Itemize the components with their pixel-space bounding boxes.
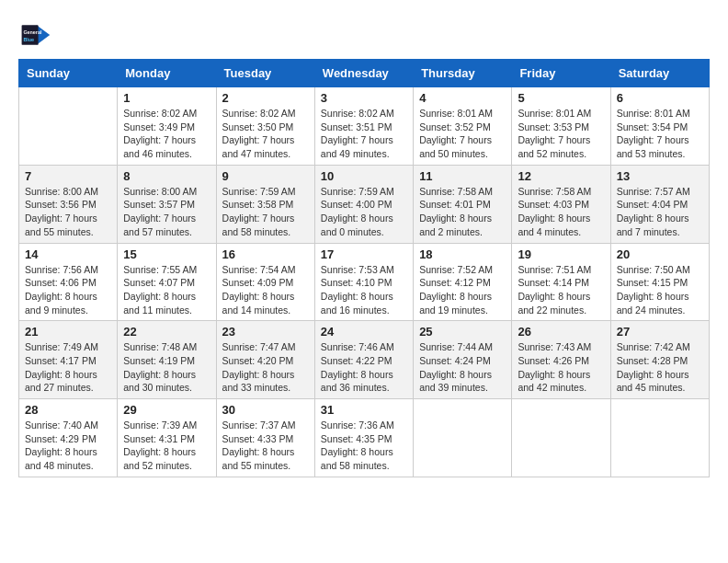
calendar-cell: 7Sunrise: 8:00 AMSunset: 3:56 PMDaylight… [19,165,118,243]
day-info-line: Sunrise: 7:58 AM [419,185,506,199]
day-info-line: and 58 minutes. [222,225,309,239]
day-info-line: Daylight: 8 hours [617,290,703,304]
day-info-line: Sunrise: 7:40 AM [25,419,111,432]
day-info-line: Sunset: 4:06 PM [25,276,111,290]
day-info-line: Daylight: 8 hours [25,445,111,459]
day-info: Sunrise: 7:58 AMSunset: 4:03 PMDaylight:… [518,185,604,239]
day-info-line: Sunrise: 7:48 AM [123,340,210,354]
day-info-line: Sunset: 3:57 PM [123,198,210,212]
day-number: 17 [321,247,407,261]
calendar-cell: 18Sunrise: 7:52 AMSunset: 4:12 PMDayligh… [414,243,512,321]
day-number: 5 [518,91,604,105]
day-info: Sunrise: 7:52 AMSunset: 4:12 PMDaylight:… [419,263,506,317]
day-info-line: and 7 minutes. [617,225,703,239]
day-info-line: Sunrise: 7:58 AM [518,185,604,199]
day-info-line: and 57 minutes. [123,225,210,239]
day-info-line: Sunrise: 7:54 AM [222,263,309,277]
day-info-line: Sunset: 4:14 PM [518,276,604,290]
day-info-line: and 33 minutes. [222,381,309,395]
day-info-line: and 24 minutes. [617,304,703,317]
col-header-tuesday: Tuesday [216,60,314,87]
day-info-line: and 2 minutes. [419,225,506,239]
day-info-line: Sunrise: 7:59 AM [222,185,309,199]
day-info-line: Sunset: 4:20 PM [222,354,309,368]
day-info-line: Sunset: 3:56 PM [25,198,111,212]
day-info-line: Sunrise: 7:53 AM [321,263,407,277]
day-number: 7 [25,169,111,183]
day-number: 1 [123,91,210,105]
day-info-line: Sunrise: 8:00 AM [25,185,111,199]
calendar-week-row: 7Sunrise: 8:00 AMSunset: 3:56 PMDaylight… [19,165,710,243]
calendar-week-row: 28Sunrise: 7:40 AMSunset: 4:29 PMDayligh… [19,399,710,477]
day-info: Sunrise: 8:02 AMSunset: 3:51 PMDaylight:… [321,107,407,161]
day-info-line: Sunset: 4:03 PM [518,198,604,212]
day-info: Sunrise: 7:39 AMSunset: 4:31 PMDaylight:… [123,419,210,473]
day-number: 27 [617,325,703,339]
day-info: Sunrise: 7:47 AMSunset: 4:20 PMDaylight:… [222,340,309,395]
day-info-line: Sunset: 4:24 PM [419,354,506,368]
day-number: 29 [123,403,210,417]
day-info-line: Sunset: 4:01 PM [419,198,506,212]
col-header-friday: Friday [512,60,610,87]
day-info-line: Daylight: 7 hours [419,133,506,147]
day-info-line: and 55 minutes. [222,459,309,473]
day-info-line: Daylight: 8 hours [617,212,703,225]
calendar-cell: 17Sunrise: 7:53 AMSunset: 4:10 PMDayligh… [314,243,413,321]
col-header-thursday: Thursday [414,60,512,87]
day-info-line: Sunrise: 7:51 AM [518,263,604,277]
day-info-line: Sunrise: 7:39 AM [123,419,210,432]
day-info-line: and 16 minutes. [321,304,407,317]
day-number: 31 [321,403,407,417]
day-info-line: Sunrise: 7:42 AM [617,340,703,354]
calendar-cell: 22Sunrise: 7:48 AMSunset: 4:19 PMDayligh… [118,321,216,399]
calendar-cell: 5Sunrise: 8:01 AMSunset: 3:53 PMDaylight… [512,87,610,166]
day-number: 21 [25,325,111,339]
day-info-line: Sunrise: 8:02 AM [222,107,309,121]
day-info: Sunrise: 7:51 AMSunset: 4:14 PMDaylight:… [518,263,604,317]
day-info: Sunrise: 8:01 AMSunset: 3:53 PMDaylight:… [518,107,604,161]
calendar-week-row: 14Sunrise: 7:56 AMSunset: 4:06 PMDayligh… [19,243,710,321]
day-number: 20 [617,247,703,261]
calendar-cell: 24Sunrise: 7:46 AMSunset: 4:22 PMDayligh… [314,321,413,399]
day-info-line: Sunset: 3:54 PM [617,121,703,134]
day-info-line: Sunrise: 7:44 AM [419,340,506,354]
day-info-line: Daylight: 8 hours [25,368,111,382]
day-info-line: Sunset: 4:35 PM [321,432,407,446]
day-number: 2 [222,91,309,105]
day-number: 22 [123,325,210,339]
day-info-line: Daylight: 7 hours [617,133,703,147]
day-info-line: and 45 minutes. [617,381,703,395]
day-info-line: Daylight: 8 hours [222,445,309,459]
day-info-line: Daylight: 8 hours [321,445,407,459]
day-info-line: Sunset: 3:49 PM [123,121,210,134]
day-info: Sunrise: 8:02 AMSunset: 3:49 PMDaylight:… [123,107,210,161]
day-info-line: and 39 minutes. [419,381,506,395]
day-number: 23 [222,325,309,339]
page: General Blue SundayMondayTuesdayWednesda… [0,0,728,487]
day-info-line: Sunset: 3:58 PM [222,198,309,212]
day-info-line: and 52 minutes. [123,459,210,473]
calendar-cell: 19Sunrise: 7:51 AMSunset: 4:14 PMDayligh… [512,243,610,321]
day-info-line: Sunset: 4:09 PM [222,276,309,290]
day-info-line: Sunrise: 7:36 AM [321,419,407,432]
calendar-cell: 21Sunrise: 7:49 AMSunset: 4:17 PMDayligh… [19,321,118,399]
day-info-line: Sunrise: 7:50 AM [617,263,703,277]
calendar-cell: 11Sunrise: 7:58 AMSunset: 4:01 PMDayligh… [414,165,512,243]
day-info: Sunrise: 7:53 AMSunset: 4:10 PMDaylight:… [321,263,407,317]
day-info-line: Sunrise: 7:52 AM [419,263,506,277]
calendar-cell: 15Sunrise: 7:55 AMSunset: 4:07 PMDayligh… [118,243,216,321]
day-info-line: Daylight: 8 hours [518,212,604,225]
day-info-line: Daylight: 8 hours [419,290,506,304]
calendar-cell: 12Sunrise: 7:58 AMSunset: 4:03 PMDayligh… [512,165,610,243]
logo-icon: General Blue [18,18,51,52]
col-header-wednesday: Wednesday [314,60,413,87]
day-info: Sunrise: 8:01 AMSunset: 3:52 PMDaylight:… [419,107,506,161]
day-info-line: and 30 minutes. [123,381,210,395]
calendar-cell: 14Sunrise: 7:56 AMSunset: 4:06 PMDayligh… [19,243,118,321]
day-info-line: and 9 minutes. [25,304,111,317]
day-info-line: Sunrise: 7:56 AM [25,263,111,277]
day-number: 11 [419,169,506,183]
day-number: 6 [617,91,703,105]
day-number: 4 [419,91,506,105]
day-info-line: and 46 minutes. [123,147,210,161]
